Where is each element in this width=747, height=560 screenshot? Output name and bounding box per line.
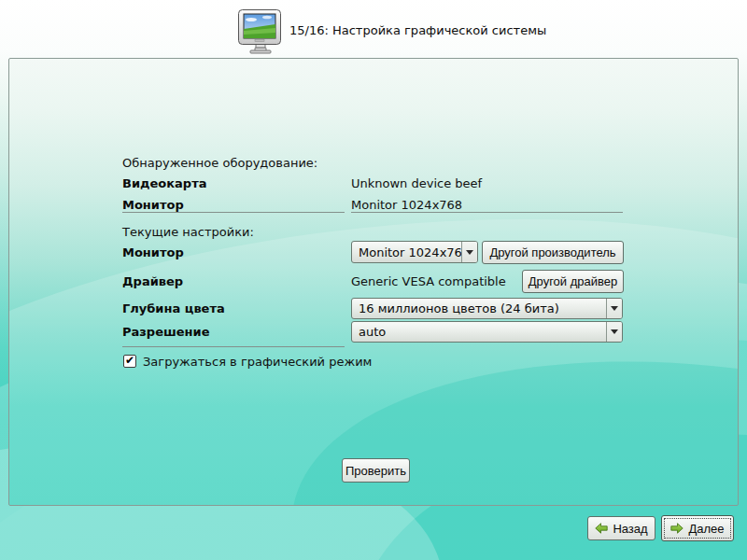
next-button[interactable]: Далее xyxy=(661,515,734,541)
color-depth-value: 16 миллионов цветов (24 бита) xyxy=(352,299,606,318)
chevron-down-icon xyxy=(611,306,618,311)
resolution-arrow-button[interactable] xyxy=(606,322,622,342)
driver-label: Драйвер xyxy=(122,274,183,288)
resolution-select[interactable]: auto xyxy=(351,321,623,343)
settings-panel: Обнаруженное оборудование: Видеокарта Un… xyxy=(8,58,739,506)
monitor-select-value: Monitor 1024x768 xyxy=(352,242,461,262)
chevron-down-icon xyxy=(466,250,473,255)
graphical-boot-label[interactable]: Загружаться в графический режим xyxy=(143,355,372,369)
color-depth-label: Глубина цвета xyxy=(122,301,225,315)
graphical-boot-checkbox[interactable]: ✔ xyxy=(123,355,136,368)
chevron-down-icon xyxy=(611,329,618,334)
videocard-value: Unknown device beef xyxy=(351,176,482,190)
separator xyxy=(122,346,345,347)
page-title: 15/16: Настройка графической системы xyxy=(289,23,546,37)
back-button-label: Назад xyxy=(613,522,647,536)
driver-value: Generic VESA compatible xyxy=(351,274,506,288)
check-icon: ✔ xyxy=(125,355,134,366)
arrow-left-icon xyxy=(595,523,608,534)
separator xyxy=(351,212,623,213)
detected-hardware-heading: Обнаруженное оборудование: xyxy=(122,156,317,170)
other-vendor-button[interactable]: Другой производитель xyxy=(482,241,624,264)
monitor-select[interactable]: Monitor 1024x768 xyxy=(351,241,478,263)
monitor-select-arrow-button[interactable] xyxy=(461,242,477,262)
color-depth-select[interactable]: 16 миллионов цветов (24 бита) xyxy=(351,298,623,319)
monitor-select-label: Монитор xyxy=(122,245,184,259)
other-driver-button[interactable]: Другой драйвер xyxy=(522,270,624,293)
color-depth-arrow-button[interactable] xyxy=(606,299,622,318)
monitor-icon xyxy=(237,8,282,57)
test-button[interactable]: Проверить xyxy=(342,458,410,483)
detected-monitor-value: Monitor 1024x768 xyxy=(351,198,462,212)
resolution-label: Разрешение xyxy=(122,325,210,339)
resolution-value: auto xyxy=(352,322,606,342)
detected-monitor-label: Монитор xyxy=(122,198,184,212)
back-button[interactable]: Назад xyxy=(587,516,655,540)
installer-window: 15/16: Настройка графической системы Обн… xyxy=(0,0,747,560)
separator xyxy=(122,212,345,213)
arrow-right-icon xyxy=(670,523,684,534)
videocard-label: Видеокарта xyxy=(122,176,206,190)
next-button-label: Далее xyxy=(688,522,724,536)
current-settings-heading: Текущие настройки: xyxy=(122,225,254,239)
